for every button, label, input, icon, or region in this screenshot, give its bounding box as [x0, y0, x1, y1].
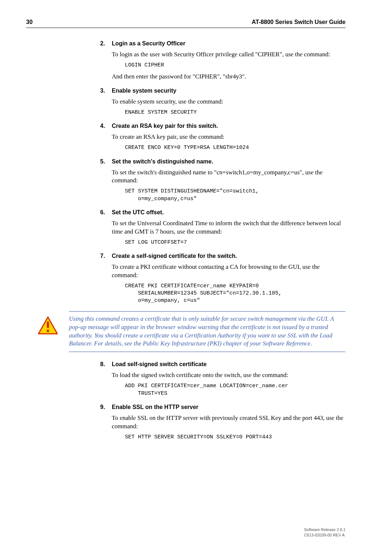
- step-8: 8. Load self-signed switch certificate T…: [100, 361, 346, 397]
- step-paragraph: To login as the user with Security Offic…: [112, 50, 346, 59]
- step-heading: 9. Enable SSL on the HTTP server: [100, 404, 346, 410]
- step-paragraph: To create a PKI certificate without cont…: [112, 263, 346, 280]
- step-heading: 5. Set the switch's distinguished name.: [100, 158, 346, 165]
- step-body: To create a PKI certificate without cont…: [100, 263, 346, 305]
- step-number: 3.: [100, 88, 112, 94]
- page: 30 AT-8800 Series Switch User Guide 2. L…: [0, 0, 392, 462]
- step-7: 7. Create a self-signed certificate for …: [100, 253, 346, 305]
- step-body: To load the signed switch certificate on…: [100, 371, 346, 397]
- step-heading: 8. Load self-signed switch certificate: [100, 361, 346, 368]
- step-paragraph: To create an RSA key pair, use the comma…: [112, 133, 346, 141]
- step-number: 6.: [100, 209, 112, 216]
- footer-docnum: C613-02039-00 REV A: [304, 532, 346, 538]
- step-body: To set the switch's distinguished name t…: [100, 169, 346, 203]
- warning-icon-column: [38, 315, 69, 348]
- code-block: ADD PKI CERTIFICATE=cer_name LOCATION=ce…: [112, 382, 346, 397]
- step-body: To login as the user with Security Offic…: [100, 50, 346, 81]
- step-number: 2.: [100, 40, 112, 47]
- warning-inner: Using this command creates a certificate…: [69, 312, 346, 352]
- content-area: 2. Login as a Security Officer To login …: [26, 40, 346, 305]
- step-paragraph: To set the Universal Coordinated Time to…: [112, 219, 346, 236]
- step-body: To set the Universal Coordinated Time to…: [100, 219, 346, 246]
- step-heading: 4. Create an RSA key pair for this switc…: [100, 123, 346, 129]
- code-block: SET SYSTEM DISTINGUISHEDNAME="cn=switch1…: [112, 188, 346, 203]
- step-paragraph: To enable system security, use the comma…: [112, 98, 346, 106]
- page-footer: Software Release 2.6.1 C613-02039-00 REV…: [304, 527, 346, 538]
- code-block: SET HTTP SERVER SECURITY=ON SSLKEY=0 POR…: [112, 434, 346, 441]
- step-title: Create a self-signed certificate for the…: [112, 253, 237, 259]
- step-number: 7.: [100, 253, 112, 259]
- step-3: 3. Enable system security To enable syst…: [100, 88, 346, 116]
- step-paragraph: To enable SSL on the HTTP server with pr…: [112, 414, 346, 431]
- step-paragraph: To load the signed switch certificate on…: [112, 371, 346, 380]
- step-2: 2. Login as a Security Officer To login …: [100, 40, 346, 81]
- step-number: 4.: [100, 123, 112, 129]
- page-number: 30: [26, 19, 33, 25]
- svg-rect-1: [47, 321, 49, 328]
- step-number: 5.: [100, 158, 112, 165]
- step-title: Set the UTC offset.: [112, 209, 164, 216]
- step-heading: 7. Create a self-signed certificate for …: [100, 253, 346, 259]
- step-number: 9.: [100, 404, 112, 410]
- document-title: AT-8800 Series Switch User Guide: [252, 19, 346, 25]
- step-heading: 3. Enable system security: [100, 88, 346, 94]
- step-paragraph: To set the switch's distinguished name t…: [112, 169, 346, 185]
- warning-triangle-icon: [38, 316, 58, 335]
- step-6: 6. Set the UTC offset. To set the Univer…: [100, 209, 346, 246]
- step-title: Set the switch's distinguished name.: [112, 158, 213, 165]
- warning-callout: Using this command creates a certificate…: [26, 311, 346, 353]
- code-block: CREATE ENCO KEY=0 TYPE=RSA LENGTH=1024: [112, 144, 346, 151]
- content-area-2: 8. Load self-signed switch certificate T…: [26, 361, 346, 441]
- page-header: 30 AT-8800 Series Switch User Guide: [26, 19, 346, 28]
- step-heading: 2. Login as a Security Officer: [100, 40, 346, 47]
- svg-point-2: [47, 329, 49, 332]
- step-9: 9. Enable SSL on the HTTP server To enab…: [100, 404, 346, 441]
- step-body: To enable SSL on the HTTP server with pr…: [100, 414, 346, 441]
- code-block: ENABLE SYSTEM SECURITY: [112, 109, 346, 116]
- code-block: CREATE PKI CERTIFICATE=cer_name KEYPAIR=…: [112, 283, 346, 305]
- step-number: 8.: [100, 361, 112, 368]
- step-title: Load self-signed switch certificate: [112, 361, 207, 368]
- footer-release: Software Release 2.6.1: [304, 527, 346, 532]
- warning-text: Using this command creates a certificate…: [69, 315, 346, 348]
- step-title: Create an RSA key pair for this switch.: [112, 123, 218, 129]
- code-block: LOGIN CIPHER: [112, 62, 346, 69]
- step-body: To create an RSA key pair, use the comma…: [100, 133, 346, 151]
- warning-rule-bottom: [69, 352, 346, 352]
- step-4: 4. Create an RSA key pair for this switc…: [100, 123, 346, 151]
- code-block: SET LOG UTCOFFSET=7: [112, 239, 346, 246]
- step-title: Login as a Security Officer: [112, 40, 185, 47]
- step-title: Enable system security: [112, 88, 176, 94]
- step-heading: 6. Set the UTC offset.: [100, 209, 346, 216]
- step-paragraph: And then enter the password for "CIPHER"…: [112, 73, 346, 81]
- step-title: Enable SSL on the HTTP server: [112, 404, 199, 410]
- step-5: 5. Set the switch's distinguished name. …: [100, 158, 346, 203]
- step-body: To enable system security, use the comma…: [100, 98, 346, 116]
